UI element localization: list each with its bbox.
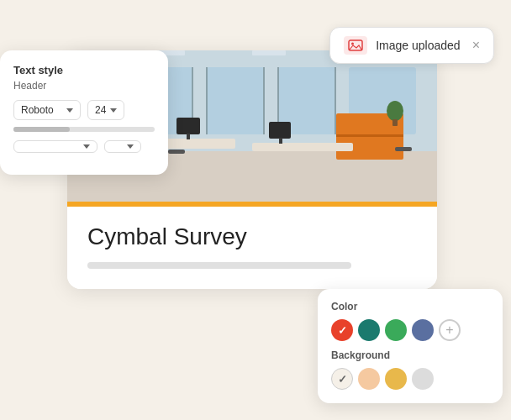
- format-chevron-icon: [127, 144, 134, 149]
- font-dropdown[interactable]: Roboto: [13, 100, 81, 120]
- color-option-orange-red[interactable]: [331, 319, 353, 341]
- survey-body: Cymbal Survey: [67, 207, 437, 289]
- background-options-row: [331, 368, 489, 390]
- bg-option-light-gray[interactable]: [412, 368, 434, 390]
- svg-rect-26: [395, 147, 412, 151]
- svg-point-27: [387, 101, 403, 121]
- color-style-dropdown[interactable]: [13, 140, 97, 153]
- color-option-teal[interactable]: [358, 319, 380, 341]
- color-dropdown-chevron-icon: [83, 144, 90, 149]
- svg-rect-13: [335, 67, 336, 134]
- text-style-panel: Text style Header Roboto 24: [0, 50, 168, 175]
- image-icon: [344, 36, 367, 55]
- svg-rect-20: [176, 118, 200, 134]
- svg-rect-15: [336, 134, 403, 137]
- svg-point-1: [351, 43, 354, 45]
- svg-rect-22: [269, 122, 291, 139]
- notification-text: Image uploaded: [376, 39, 460, 52]
- svg-rect-17: [252, 143, 353, 151]
- color-style-row: [13, 140, 155, 153]
- bg-option-gold[interactable]: [385, 368, 407, 390]
- font-label: Roboto: [21, 104, 54, 116]
- survey-title: Cymbal Survey: [87, 223, 417, 250]
- format-dropdown[interactable]: [104, 140, 141, 153]
- survey-input-placeholder: [87, 262, 351, 269]
- bg-option-cream[interactable]: [331, 368, 353, 390]
- panel-title: Text style: [13, 64, 155, 76]
- svg-rect-21: [187, 134, 190, 139]
- add-color-button[interactable]: +: [439, 319, 461, 341]
- svg-rect-28: [392, 119, 398, 126]
- color-panel: Color + Background: [318, 289, 503, 403]
- panel-subtitle: Header: [13, 80, 155, 92]
- color-option-green[interactable]: [385, 319, 407, 341]
- bg-option-peach[interactable]: [358, 368, 380, 390]
- svg-rect-11: [263, 67, 265, 134]
- svg-rect-10: [206, 67, 208, 134]
- close-notification-button[interactable]: ×: [472, 38, 480, 53]
- style-slider[interactable]: [13, 127, 155, 132]
- size-dropdown[interactable]: 24: [87, 100, 124, 120]
- svg-rect-23: [279, 138, 282, 144]
- color-option-slate-blue[interactable]: [412, 319, 434, 341]
- size-chevron-icon: [110, 108, 117, 113]
- background-label: Background: [331, 349, 489, 361]
- size-label: 24: [95, 104, 106, 116]
- slider-fill: [13, 127, 70, 132]
- font-row: Roboto 24: [13, 100, 155, 120]
- svg-rect-25: [168, 150, 185, 154]
- color-options-row: +: [331, 319, 489, 341]
- color-label: Color: [331, 301, 489, 312]
- font-chevron-icon: [66, 108, 73, 113]
- image-uploaded-notification: Image uploaded ×: [329, 27, 494, 64]
- svg-rect-30: [252, 50, 286, 55]
- svg-rect-5: [206, 67, 265, 134]
